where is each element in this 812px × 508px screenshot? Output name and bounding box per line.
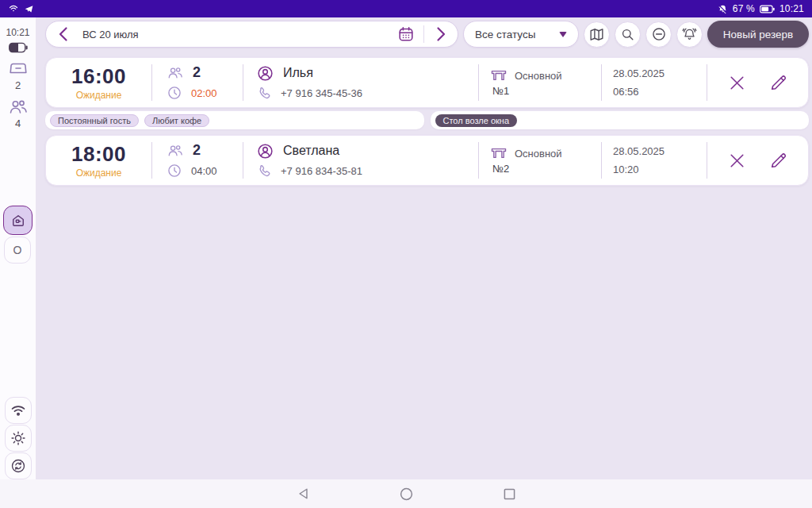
reservation-card-2[interactable]: 18:00 Ожидание 2 04:00 <box>45 135 809 186</box>
sidebar-sync-button[interactable] <box>5 452 32 479</box>
guests-value: 2 <box>193 142 201 159</box>
clock-icon <box>167 163 182 179</box>
calendar-button[interactable] <box>395 23 417 45</box>
table-icon <box>490 68 508 83</box>
table-section: Основной №2 <box>479 136 601 185</box>
android-status-bar: 67 % 10:21 <box>0 0 812 17</box>
brightness-icon <box>10 430 26 446</box>
bell-muted-icon <box>718 4 728 14</box>
date-navigator: ВС 20 июля <box>45 21 458 48</box>
prev-day-button[interactable] <box>52 24 73 44</box>
nav-back-button[interactable] <box>296 487 310 501</box>
do-not-disturb-button[interactable] <box>645 21 672 48</box>
created-date: 28.05.2025 <box>613 145 707 157</box>
phone-icon <box>256 86 272 102</box>
cancel-reservation-button[interactable] <box>725 148 749 172</box>
close-icon <box>727 73 747 93</box>
reserve-tag: Стол возле окна <box>435 114 518 127</box>
reservation-time: 16:00 <box>71 64 126 89</box>
next-day-button[interactable] <box>431 24 451 44</box>
sidebar-wifi-button[interactable] <box>5 397 32 424</box>
edit-pencil-icon <box>768 151 788 171</box>
new-reserve-label: Новый резерв <box>723 29 793 40</box>
statusbar-clock: 10:21 <box>779 3 804 14</box>
floor-map-button[interactable] <box>584 21 610 48</box>
created-time: 10:20 <box>613 164 707 175</box>
map-icon <box>588 27 605 42</box>
search-icon <box>620 27 635 42</box>
bell-ringing-icon <box>681 26 698 43</box>
sidebar-battery-icon <box>0 42 36 53</box>
nav-home-button[interactable] <box>399 487 413 501</box>
minus-circle-icon <box>651 26 667 42</box>
notifications-button[interactable] <box>676 21 703 48</box>
date-label: ВС 20 июля <box>82 29 139 40</box>
wifi-icon <box>10 404 26 418</box>
toolbar-divider <box>423 25 424 43</box>
reserve-tags-box: Стол возле окна <box>431 111 810 129</box>
guest-tag: Любит кофе <box>144 114 209 127</box>
time-section: 18:00 Ожидание <box>46 136 151 185</box>
nav-recents-button[interactable] <box>502 487 516 501</box>
edit-reservation-button[interactable] <box>767 71 791 94</box>
duration-value: 04:00 <box>191 165 217 177</box>
status-filter-dropdown[interactable]: Все статусы <box>463 21 579 48</box>
reservation-card-1[interactable]: 16:00 Ожидание 2 02:00 <box>45 57 809 108</box>
chevron-left-icon <box>58 26 68 42</box>
guests-section: 2 02:00 <box>152 58 243 107</box>
edit-reservation-button[interactable] <box>767 148 791 172</box>
edit-pencil-icon <box>768 73 788 93</box>
sidebar: 10:21 2 4 O <box>0 17 36 479</box>
telegram-icon <box>24 4 34 14</box>
guests-count: 4 <box>15 117 21 129</box>
guest-tags-box: Постоянный гость Любит кофе <box>45 111 424 129</box>
created-section: 28.05.2025 06:56 <box>602 58 707 107</box>
battery-icon <box>760 5 775 13</box>
table-number: №1 <box>492 85 601 97</box>
table-section: Основной №1 <box>479 58 601 107</box>
guest-icon <box>256 142 274 160</box>
status-badge: Ожидание <box>76 167 122 179</box>
battery-percent: 67 % <box>733 3 755 14</box>
calendar-icon <box>397 25 415 43</box>
sidebar-hall-button[interactable]: O <box>4 237 31 264</box>
tags-row: Постоянный гость Любит кофе Стол возле о… <box>45 111 809 129</box>
hall-name: Основной <box>515 70 562 82</box>
sidebar-brightness-button[interactable] <box>5 425 32 452</box>
hall-button-label: O <box>13 244 22 256</box>
guest-name: Илья <box>283 66 313 80</box>
status-filter-value: Все статусы <box>475 29 535 40</box>
created-time: 06:56 <box>613 86 707 98</box>
guests-icon <box>167 144 184 158</box>
guests-icon <box>167 66 184 80</box>
created-section: 28.05.2025 10:20 <box>602 136 707 185</box>
toolbar: ВС 20 июля Все статусы <box>45 21 809 48</box>
time-section: 16:00 Ожидание <box>46 58 151 107</box>
close-icon <box>727 151 747 171</box>
home-icon <box>10 213 26 229</box>
tables-count: 2 <box>15 79 21 91</box>
duration-value: 02:00 <box>191 87 217 99</box>
wifi-status-icon <box>8 4 19 13</box>
hall-name: Основной <box>515 148 562 160</box>
clock-icon <box>167 85 182 101</box>
guests-icon <box>8 98 29 116</box>
chevron-right-icon <box>436 26 446 42</box>
guest-phone: +7 916 834-35-81 <box>281 165 362 177</box>
main-content: ВС 20 июля Все статусы <box>36 17 812 479</box>
guest-tag: Постоянный гость <box>50 114 139 127</box>
sidebar-clock: 10:21 <box>0 27 36 38</box>
screen: 67 % 10:21 10:21 2 4 <box>0 0 812 508</box>
new-reserve-button[interactable]: Новый резерв <box>707 21 809 48</box>
table-icon <box>490 146 508 160</box>
android-nav-bar <box>0 479 812 508</box>
guest-name: Светлана <box>283 144 339 158</box>
cancel-reservation-button[interactable] <box>725 71 749 94</box>
contact-section: Светлана +7 916 834-35-81 <box>243 136 478 185</box>
back-triangle-icon <box>297 487 309 500</box>
guest-phone: +7 916 345-45-36 <box>281 87 362 99</box>
table-number: №2 <box>492 163 601 175</box>
sidebar-home-button[interactable] <box>3 206 33 235</box>
sidebar-tables-stat: 2 <box>0 62 36 91</box>
search-button[interactable] <box>615 21 641 48</box>
